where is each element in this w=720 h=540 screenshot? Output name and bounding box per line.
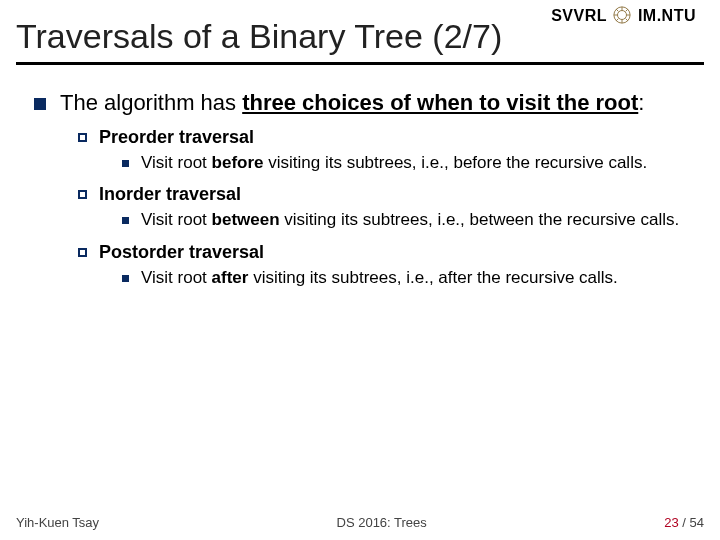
intro-emphasis: three choices of when to visit the root <box>242 90 638 115</box>
svg-line-9 <box>617 19 619 21</box>
item-description: Visit root before visiting its subtrees,… <box>141 152 647 175</box>
hollow-square-bullet-icon <box>78 133 87 142</box>
hollow-square-bullet-icon <box>78 248 87 257</box>
desc-pre: Visit root <box>141 268 212 287</box>
page-sep: / <box>679 515 690 530</box>
svg-line-7 <box>626 19 628 21</box>
intro-prefix: The algorithm has <box>60 90 242 115</box>
small-square-bullet-icon <box>122 275 129 282</box>
desc-post: visiting its subtrees, i.e., between the… <box>280 210 680 229</box>
intro-line: The algorithm has three choices of when … <box>34 89 698 117</box>
list-subitem: Visit root before visiting its subtrees,… <box>122 152 698 175</box>
page-current: 23 <box>664 515 678 530</box>
square-bullet-icon <box>34 98 46 110</box>
svg-line-6 <box>617 9 619 11</box>
page-total: 54 <box>690 515 704 530</box>
ntu-logo-icon <box>613 6 631 24</box>
intro-text: The algorithm has three choices of when … <box>60 89 644 117</box>
list-subitem: Visit root between visiting its subtrees… <box>122 209 698 232</box>
org-right: IM.NTU <box>638 7 696 24</box>
svg-point-1 <box>618 11 627 20</box>
list-subitem: Visit root after visiting its subtrees, … <box>122 267 698 290</box>
list-item: Inorder traversal <box>78 184 698 205</box>
desc-bold: before <box>212 153 264 172</box>
desc-pre: Visit root <box>141 153 212 172</box>
slide-footer: Yih-Kuen Tsay DS 2016: Trees 23 / 54 <box>16 515 704 530</box>
item-heading: Postorder traversal <box>99 242 264 263</box>
desc-post: visiting its subtrees, i.e., after the r… <box>248 268 617 287</box>
footer-author: Yih-Kuen Tsay <box>16 515 99 530</box>
item-description: Visit root after visiting its subtrees, … <box>141 267 618 290</box>
item-description: Visit root between visiting its subtrees… <box>141 209 679 232</box>
list-item: Postorder traversal <box>78 242 698 263</box>
footer-page: 23 / 54 <box>664 515 704 530</box>
desc-bold: after <box>212 268 249 287</box>
desc-post: visiting its subtrees, i.e., before the … <box>264 153 648 172</box>
list-item: Preorder traversal <box>78 127 698 148</box>
item-heading: Inorder traversal <box>99 184 241 205</box>
org-left: SVVRL <box>551 7 607 24</box>
small-square-bullet-icon <box>122 160 129 167</box>
footer-course: DS 2016: Trees <box>337 515 427 530</box>
slide-content: The algorithm has three choices of when … <box>0 65 720 290</box>
slide-header: SVVRL IM.NTU Traversals of a Binary Tree… <box>0 0 720 62</box>
hollow-square-bullet-icon <box>78 190 87 199</box>
item-heading: Preorder traversal <box>99 127 254 148</box>
desc-pre: Visit root <box>141 210 212 229</box>
desc-bold: between <box>212 210 280 229</box>
small-square-bullet-icon <box>122 217 129 224</box>
intro-suffix: : <box>638 90 644 115</box>
svg-line-8 <box>626 9 628 11</box>
